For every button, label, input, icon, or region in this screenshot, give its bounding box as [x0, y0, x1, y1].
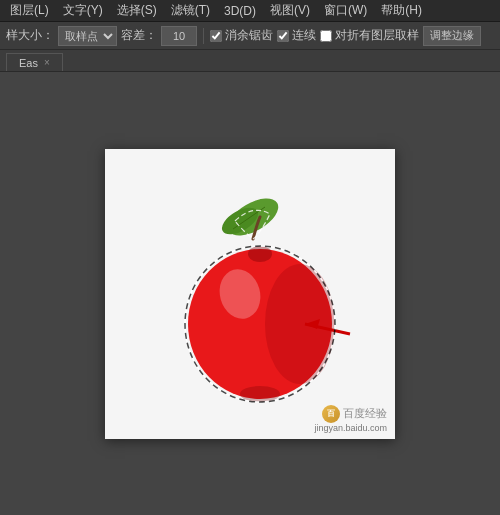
divider-1	[203, 28, 204, 44]
all-layers-group: 对折有图层取样	[320, 27, 419, 44]
contiguous-group: 连续	[277, 27, 316, 44]
antialias-label: 消余锯齿	[225, 27, 273, 44]
contiguous-checkbox[interactable]	[277, 30, 289, 42]
menu-help[interactable]: 帮助(H)	[375, 0, 428, 21]
menubar: 图层(L) 文字(Y) 选择(S) 滤镜(T) 3D(D) 视图(V) 窗口(W…	[0, 0, 500, 22]
watermark-logo: 百 百度经验	[322, 405, 387, 423]
menu-window[interactable]: 窗口(W)	[318, 0, 373, 21]
menu-select[interactable]: 选择(S)	[111, 0, 163, 21]
refine-edge-button[interactable]: 调整边缘	[423, 26, 481, 46]
baidu-logo-text: 百	[327, 408, 335, 419]
tabbar: Eas ×	[0, 50, 500, 72]
apple-image	[105, 149, 395, 439]
menu-layers[interactable]: 图层(L)	[4, 0, 55, 21]
tolerance-input[interactable]	[161, 26, 197, 46]
menu-3d[interactable]: 3D(D)	[218, 2, 262, 20]
toolbar: 样大小： 取样点 容差： 消余锯齿 连续 对折有图层取样 调整边缘	[0, 22, 500, 50]
canvas-area: 百 百度经验 jingyan.baidu.com	[0, 72, 500, 515]
baidu-logo: 百	[322, 405, 340, 423]
menu-text[interactable]: 文字(Y)	[57, 0, 109, 21]
svg-point-6	[265, 264, 335, 384]
menu-filter[interactable]: 滤镜(T)	[165, 0, 216, 21]
contiguous-label: 连续	[292, 27, 316, 44]
antialias-checkbox[interactable]	[210, 30, 222, 42]
watermark-brand: 百度经验	[343, 406, 387, 421]
antialias-group: 消余锯齿	[210, 27, 273, 44]
sample-size-label: 样大小：	[6, 27, 54, 44]
tolerance-label: 容差：	[121, 27, 157, 44]
all-layers-checkbox[interactable]	[320, 30, 332, 42]
document-tab[interactable]: Eas ×	[6, 53, 63, 71]
watermark: 百 百度经验 jingyan.baidu.com	[314, 405, 387, 433]
svg-point-8	[240, 386, 280, 402]
sample-size-select[interactable]: 取样点	[58, 26, 117, 46]
watermark-url: jingyan.baidu.com	[314, 423, 387, 433]
all-layers-label: 对折有图层取样	[335, 27, 419, 44]
menu-view[interactable]: 视图(V)	[264, 0, 316, 21]
tab-close-button[interactable]: ×	[44, 57, 50, 68]
svg-point-7	[248, 246, 272, 262]
image-container: 百 百度经验 jingyan.baidu.com	[105, 149, 395, 439]
tab-label: Eas	[19, 57, 38, 69]
